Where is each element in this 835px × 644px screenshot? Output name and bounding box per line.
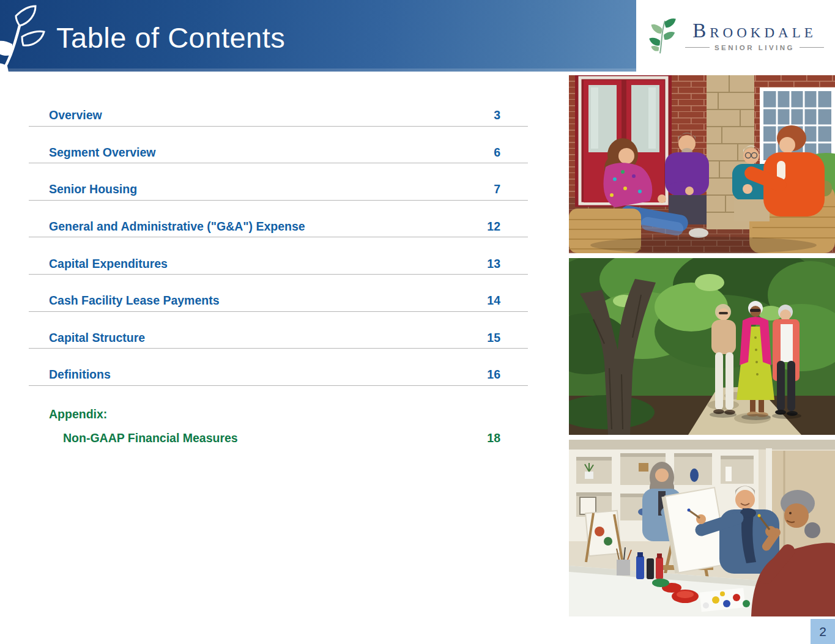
photo-art-class (569, 440, 835, 616)
toc-entry-row[interactable]: Capital Structure 15 (29, 312, 528, 349)
toc-entry-row[interactable]: Overview 3 (29, 89, 528, 127)
toc-entry-row[interactable]: Definitions 16 (29, 349, 528, 386)
toc-entry-page: 14 (487, 294, 500, 307)
toc-entry-label: Cash Facility Lease Payments (49, 294, 220, 307)
toc-entry-page: 15 (487, 331, 500, 344)
photo-outdoor-walk (569, 258, 835, 435)
slide-header-banner: Table of Contents (0, 0, 636, 72)
toc-entry-page: 3 (494, 108, 500, 122)
toc-entry-page: 6 (494, 146, 500, 159)
toc-list: Overview 3 Segment Overview 6 Senior Hou… (29, 89, 528, 445)
toc-entry-row[interactable]: Capital Expenditures 13 (29, 237, 528, 275)
logo-tagline: SENIOR LIVING (714, 44, 795, 51)
toc-entry-label: Senior Housing (49, 182, 137, 196)
photo-column (569, 75, 835, 616)
logo-rule-left (685, 47, 710, 48)
logo-rule-right (800, 47, 824, 48)
toc-entry-row[interactable]: Cash Facility Lease Payments 14 (29, 275, 528, 312)
brookdale-logo: Brookdale SENIOR LIVING (636, 0, 835, 72)
toc-entry-label: Capital Expenditures (49, 257, 168, 270)
appendix-entry-page: 18 (487, 431, 500, 445)
logo-brand-name: Brookdale (692, 21, 817, 41)
page-number-badge: 2 (811, 619, 835, 644)
toc-entry-label: Overview (49, 108, 102, 122)
toc-appendix-section: Appendix: Non-GAAP Financial Measures 18 (29, 407, 528, 445)
appendix-entry-label: Non-GAAP Financial Measures (63, 431, 238, 445)
toc-entry-row[interactable]: General and Administrative ("G&A") Expen… (29, 201, 528, 238)
photo-patio-gathering (569, 75, 835, 253)
toc-entry-page: 13 (487, 257, 500, 270)
toc-entry-label: Capital Structure (49, 331, 145, 344)
page-title: Table of Contents (56, 23, 285, 52)
toc-entry-page: 12 (487, 220, 500, 233)
toc-entry-label: General and Administrative ("G&A") Expen… (49, 220, 305, 233)
leaf-branch-icon (0, 5, 62, 72)
brookdale-leaf-icon (647, 17, 678, 55)
page-number: 2 (819, 624, 826, 639)
toc-entry-row[interactable]: Senior Housing 7 (29, 163, 528, 201)
toc-entry-page: 7 (494, 182, 500, 196)
toc-entry-page: 16 (487, 368, 500, 381)
toc-entry-row[interactable]: Segment Overview 6 (29, 127, 528, 164)
toc-entry-label: Segment Overview (49, 146, 156, 159)
appendix-entry-row[interactable]: Non-GAAP Financial Measures 18 (29, 421, 528, 445)
toc-entry-label: Definitions (49, 368, 111, 381)
appendix-heading: Appendix: (49, 407, 528, 421)
